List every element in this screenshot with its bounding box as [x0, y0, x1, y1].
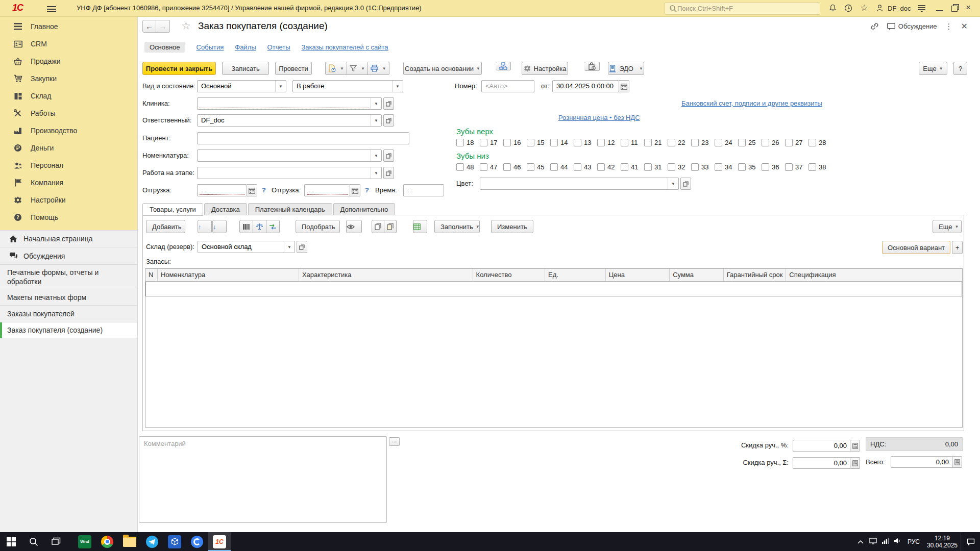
table-column-header[interactable]: Характеристика — [299, 269, 473, 281]
write-button[interactable]: Записать — [222, 62, 269, 75]
settings-button[interactable]: Настройка — [522, 62, 568, 75]
scales-button[interactable] — [253, 220, 266, 233]
comment-input[interactable]: Комментарий — [139, 436, 387, 523]
checkbox[interactable] — [691, 163, 699, 171]
titlebar-menu-icon[interactable] — [916, 4, 927, 14]
chevron-down-icon[interactable]: ▼ — [371, 167, 381, 179]
tab-main[interactable]: Основное — [144, 42, 185, 53]
add-variant-button[interactable]: + — [952, 241, 963, 254]
get-link-icon[interactable] — [870, 22, 879, 30]
checkbox[interactable] — [668, 139, 675, 146]
help-button[interactable]: ? — [953, 62, 967, 75]
window-close-button[interactable]: × — [966, 3, 971, 13]
main-menu-icon[interactable] — [47, 5, 56, 12]
tab-additional[interactable]: Дополнительно — [333, 203, 396, 215]
open-ref-icon[interactable] — [383, 149, 394, 162]
barcode-scan-button[interactable] — [239, 220, 253, 233]
move-down-button[interactable]: ↓ — [212, 220, 227, 233]
tooth-checkbox-item[interactable]: 35 — [738, 163, 762, 171]
tray-volume-icon[interactable] — [891, 538, 903, 545]
tab-files[interactable]: Файлы — [235, 43, 256, 51]
tab-goods-services[interactable]: Товары, услуги — [142, 203, 203, 216]
pick-items-button[interactable]: Подобрать — [296, 220, 340, 233]
calendar-icon[interactable] — [619, 80, 629, 92]
sidebar-item-personnel[interactable]: Персонал — [0, 157, 137, 174]
chevron-down-icon[interactable]: ▼ — [392, 81, 403, 92]
checkbox[interactable] — [621, 139, 628, 146]
checkbox[interactable] — [456, 163, 464, 171]
open-ref-icon[interactable] — [297, 241, 307, 253]
checkbox[interactable] — [808, 163, 816, 171]
favorite-star-icon[interactable]: ☆ — [181, 20, 191, 32]
tooth-checkbox-item[interactable]: 28 — [808, 139, 832, 146]
checkbox[interactable] — [597, 139, 605, 146]
open-ref-icon[interactable] — [680, 178, 691, 190]
checkbox[interactable] — [785, 163, 793, 171]
checkbox[interactable] — [668, 163, 675, 171]
checkbox[interactable] — [621, 163, 628, 171]
tooth-checkbox-item[interactable]: 27 — [785, 139, 808, 146]
tooth-checkbox-item[interactable]: 22 — [668, 139, 691, 146]
price-type-link[interactable]: Розничная цена • без НДС — [558, 114, 640, 121]
order-kind-combo[interactable]: Основной▼ — [197, 80, 286, 92]
checkbox[interactable] — [574, 139, 581, 146]
tooth-checkbox-item[interactable]: 41 — [621, 163, 644, 171]
chevron-down-icon[interactable]: ▼ — [275, 81, 286, 92]
action-center-icon[interactable] — [961, 532, 980, 551]
tab-delivery[interactable]: Доставка — [204, 203, 247, 215]
sidebar-item-works[interactable]: Работы — [0, 105, 137, 122]
sidebar-item-production[interactable]: Производство — [0, 122, 137, 139]
tooth-checkbox-item[interactable]: 38 — [808, 163, 832, 171]
app-telegram-icon[interactable] — [141, 532, 163, 551]
items-table[interactable]: NНоменклатураХарактеристикаКоличествоЕд.… — [145, 268, 963, 428]
app-cube-icon[interactable] — [163, 532, 186, 551]
tooth-checkbox-item[interactable]: 23 — [691, 139, 715, 146]
table-column-header[interactable]: Спецификация — [786, 269, 962, 281]
clinic-combo[interactable]: ▼ — [197, 97, 382, 110]
add-row-button[interactable]: Добавить — [146, 220, 185, 233]
current-user-name[interactable]: DF_doc — [888, 5, 911, 12]
tooth-checkbox-item[interactable]: 42 — [597, 163, 621, 171]
tooth-checkbox-item[interactable]: 44 — [550, 163, 574, 171]
window-restore-button[interactable] — [951, 6, 958, 12]
sidebar-item-purchases[interactable]: Закупки — [0, 70, 137, 87]
discount-sum-input[interactable]: 0,00 — [793, 457, 850, 469]
table-column-header[interactable]: Гарантийный срок — [724, 269, 787, 281]
print-dropdown-button[interactable]: ▼ — [368, 62, 389, 75]
sidebar-item-sales[interactable]: Продажи — [0, 53, 137, 70]
tooth-checkbox-item[interactable]: 46 — [503, 163, 527, 171]
chevron-down-icon[interactable]: ▼ — [371, 150, 381, 161]
tooth-checkbox-item[interactable]: 37 — [785, 163, 808, 171]
calculator-icon[interactable] — [850, 457, 860, 469]
date-input[interactable]: 30.04.2025 0:00:00 — [552, 80, 619, 92]
nomenclature-combo[interactable]: ▼ — [197, 149, 382, 162]
checkbox[interactable] — [644, 163, 652, 171]
tooth-checkbox-item[interactable]: 33 — [691, 163, 715, 171]
fill-button[interactable]: Заполнить▼ — [434, 220, 480, 233]
table-column-header[interactable]: Ед. — [545, 269, 606, 281]
bank-details-link[interactable]: Банковский счет, подписи и другие реквиз… — [681, 99, 822, 107]
tooth-checkbox-item[interactable]: 12 — [597, 139, 621, 146]
shipment-date-input[interactable]: . . — [197, 184, 247, 196]
app-explorer-icon[interactable] — [118, 532, 141, 551]
checkbox[interactable] — [785, 139, 793, 146]
edo-button[interactable]: ЭДО▼ — [608, 62, 644, 75]
calculator-icon[interactable] — [850, 440, 860, 452]
sidebar-item-layouts[interactable]: Макеты печатных форм — [0, 289, 137, 306]
checkbox[interactable] — [715, 163, 722, 171]
tooth-checkbox-item[interactable]: 32 — [668, 163, 691, 171]
shipment2-help-link[interactable]: ? — [365, 184, 369, 196]
checkbox[interactable] — [644, 139, 652, 146]
tooth-checkbox-item[interactable]: 13 — [574, 139, 597, 146]
tooth-checkbox-item[interactable]: 18 — [456, 139, 480, 146]
table-column-header[interactable]: Количество — [473, 269, 545, 281]
tooth-checkbox-item[interactable]: 11 — [621, 139, 644, 146]
open-ref-icon[interactable] — [383, 167, 394, 179]
table-column-header[interactable]: Сумма — [670, 269, 724, 281]
open-ref-icon[interactable] — [383, 97, 394, 110]
checkbox[interactable] — [456, 139, 464, 146]
tooth-checkbox-item[interactable]: 15 — [527, 139, 550, 146]
checkbox[interactable] — [503, 139, 511, 146]
total-input[interactable]: 0,00 — [891, 456, 952, 468]
tooth-checkbox-item[interactable]: 26 — [762, 139, 785, 146]
